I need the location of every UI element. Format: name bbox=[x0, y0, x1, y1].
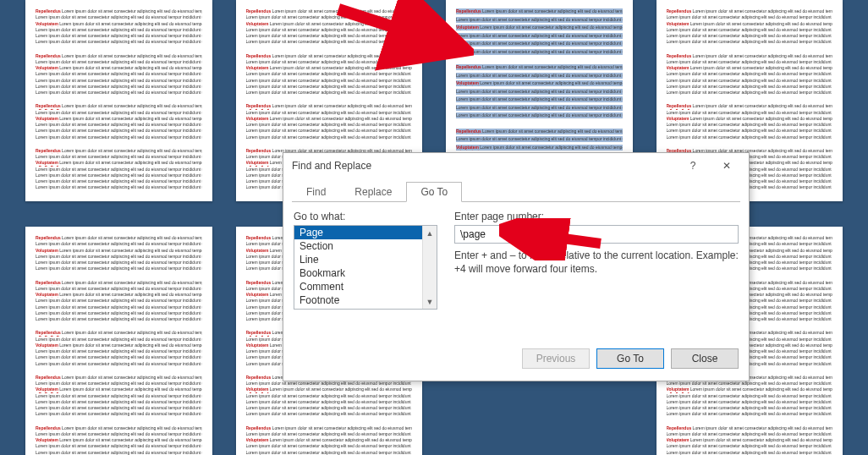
dialog-tabs: Find Replace Go To bbox=[283, 178, 749, 202]
list-item[interactable]: Line bbox=[294, 253, 422, 266]
help-icon: ? bbox=[690, 160, 696, 172]
scroll-up-icon[interactable]: ▲ bbox=[423, 226, 437, 240]
goto-hint: Enter + and – to move relative to the cu… bbox=[454, 249, 739, 276]
page-thumb[interactable]: Repellendus Lorem ipsum dolor sit amet c… bbox=[25, 0, 212, 201]
page-number-input[interactable] bbox=[454, 225, 739, 244]
dialog-title: Find and Replace bbox=[292, 160, 676, 172]
dialog-buttons: Previous Go To Close bbox=[283, 320, 749, 381]
list-item[interactable]: Section bbox=[294, 239, 422, 253]
goto-what-list[interactable]: Page Section Line Bookmark Comment Footn… bbox=[294, 225, 437, 310]
close-icon: ✕ bbox=[722, 160, 731, 172]
tab-goto[interactable]: Go To bbox=[406, 182, 462, 202]
help-button[interactable]: ? bbox=[676, 154, 710, 178]
goto-panel: Go to what: Page Section Line Bookmark C… bbox=[283, 202, 749, 320]
close-button[interactable]: ✕ bbox=[710, 154, 744, 178]
previous-button: Previous bbox=[522, 348, 590, 369]
list-item[interactable]: Footnote bbox=[294, 293, 422, 307]
tab-replace[interactable]: Replace bbox=[340, 182, 406, 202]
page-thumb[interactable]: Repellendus Lorem ipsum dolor sit amet c… bbox=[25, 227, 212, 455]
goto-what-label: Go to what: bbox=[294, 211, 437, 222]
tab-find[interactable]: Find bbox=[292, 182, 340, 202]
goto-button[interactable]: Go To bbox=[596, 348, 664, 369]
scroll-down-icon[interactable]: ▼ bbox=[423, 294, 437, 309]
list-scrollbar[interactable]: ▲ ▼ bbox=[422, 226, 437, 309]
dialog-titlebar: Find and Replace ? ✕ bbox=[283, 153, 749, 178]
page-number-label: Enter page number: bbox=[454, 211, 739, 222]
list-item[interactable]: Comment bbox=[294, 280, 422, 293]
find-replace-dialog: Find and Replace ? ✕ Find Replace Go To … bbox=[283, 152, 750, 381]
list-item[interactable]: Bookmark bbox=[294, 266, 422, 280]
list-item[interactable]: Page bbox=[294, 226, 422, 239]
close-dialog-button[interactable]: Close bbox=[671, 348, 739, 369]
